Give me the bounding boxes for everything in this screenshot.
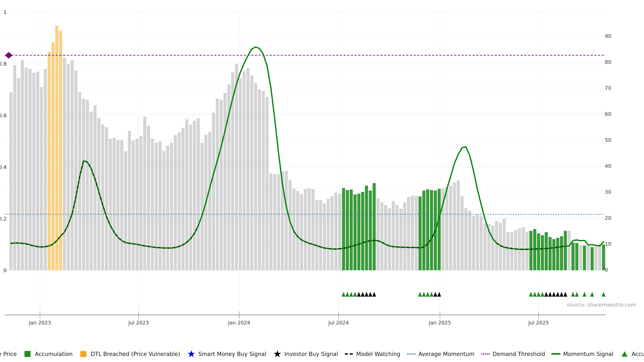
accumulation-bar (564, 231, 567, 270)
investor-triangle-icon (433, 292, 437, 297)
close-price-bar (74, 70, 78, 271)
left-axis-tick-label: 1 (3, 9, 7, 15)
x-axis-tick-label: Jan 2024 (228, 320, 250, 326)
close-price-bar (315, 200, 318, 270)
close-price-bar (403, 202, 406, 270)
legend-label: Accumulation (632, 351, 644, 357)
legend-label: Investor Buy Signal (284, 351, 338, 357)
close-price-bar (182, 128, 185, 270)
accumulation-triangle-icon (602, 292, 606, 297)
close-price-bar (484, 223, 487, 270)
legend-item-momentum-signal: Momentum Signal (552, 350, 614, 358)
close-price-bar (449, 186, 452, 270)
close-price-bar (319, 200, 322, 270)
close-price-bar (136, 139, 139, 270)
close-price-bar (338, 194, 342, 270)
legend-label: Demand Threshold (492, 351, 545, 357)
accumulation-bar (426, 189, 429, 270)
close-price-bar (200, 143, 204, 270)
close-price-bar (587, 245, 590, 270)
close-price-bar (468, 211, 472, 270)
accumulation-bar (354, 194, 357, 270)
close-price-bar (323, 203, 326, 270)
close-price-bar (143, 117, 146, 270)
close-price-bar (139, 136, 142, 270)
right-axis-tick-label: 0 (605, 267, 608, 273)
investor-triangle-icon (361, 292, 364, 297)
close-price-bar (116, 140, 120, 270)
close-price-bar (415, 196, 418, 270)
x-axis-tick-label: Jul 2024 (328, 320, 349, 326)
left-axis-tick-label: 0.6 (0, 112, 7, 118)
right-axis-tick-label: 50 (605, 137, 611, 143)
close-price-bar (112, 138, 116, 270)
investor-triangle-icon (552, 292, 556, 297)
accumulation-bar (556, 238, 559, 270)
investor-triangle-icon (437, 292, 441, 297)
accumulation-bar (572, 243, 574, 270)
accumulation-triangle-icon (582, 292, 586, 297)
legend-label: DTL Breached (Price Vulnerable) (91, 351, 180, 357)
right-axis-tick-label: 30 (605, 189, 611, 195)
close-price-bar (407, 197, 410, 270)
investor-buy-signal-star-icon (273, 350, 282, 358)
close-price-bar (216, 99, 219, 270)
close-price-bar (262, 91, 265, 270)
accumulation-bar (373, 183, 376, 270)
close-price-bar (445, 187, 448, 270)
left-axis-tick-label: 0.2 (0, 216, 7, 222)
close-price-bar (212, 113, 215, 270)
accumulation-triangle-icon (349, 292, 353, 297)
legend-label: Smart Money Buy Signal (198, 351, 266, 357)
accumulation-bar (590, 247, 594, 270)
close-price-bar (17, 78, 20, 270)
accumulation-triangle-icon (426, 292, 430, 297)
legend-label: Close Price (0, 351, 17, 357)
legend-label: Accumulation (35, 351, 72, 357)
accumulation-triangle-icon (418, 292, 422, 297)
right-axis-tick-label: 90 (605, 33, 611, 39)
close-price-bar (120, 140, 124, 270)
dtl-breached-price-vulnerable-square-icon (79, 350, 88, 358)
close-price-bar (502, 219, 506, 270)
close-price-bar (514, 230, 517, 270)
close-price-bar (162, 151, 166, 270)
legend-item-average-momentum: Average Momentum (407, 350, 474, 358)
close-price-bar (598, 244, 602, 270)
close-price-bar (105, 127, 108, 270)
investor-triangle-icon (364, 292, 368, 297)
close-price-bar (480, 216, 483, 270)
close-price-bar (158, 141, 162, 270)
legend: Close PriceAccumulationDTL Breached (Pri… (0, 350, 644, 358)
close-price-bar (491, 225, 494, 270)
close-price-bar (170, 143, 173, 270)
accumulation-bar (583, 246, 586, 270)
source-note: source: sharemaestro.com (567, 302, 636, 308)
right-axis-tick-label: 10 (605, 241, 611, 247)
close-price-bar (197, 118, 200, 270)
close-price-bar (101, 124, 104, 270)
legend-item-accumulation: Accumulation (620, 350, 644, 358)
accumulation-bar (430, 190, 433, 270)
close-price-bar (239, 79, 242, 270)
legend-label: Model Watching (356, 351, 400, 357)
model-watching-segment (294, 231, 435, 249)
legend-item-investor-buy-signal: Investor Buy Signal (273, 350, 338, 358)
close-price-bar (330, 196, 334, 270)
close-price-bar (21, 60, 24, 270)
demand-threshold-dotted-icon (481, 350, 490, 358)
right-axis-tick-label: 60 (605, 111, 611, 117)
left-axis-tick-label: 0 (3, 267, 7, 273)
accumulation-bar (438, 189, 441, 270)
close-price-bar (132, 140, 135, 270)
close-price-bar (510, 232, 514, 270)
close-price-bar (411, 196, 414, 270)
dtl-breached-bar (55, 26, 58, 270)
close-price-bar (189, 124, 192, 270)
close-price-bar (392, 201, 395, 270)
left-axis-tick-label: 0.8 (0, 61, 7, 67)
close-price-bar (224, 93, 227, 270)
close-price-bar (457, 180, 460, 270)
investor-triangle-icon (564, 292, 567, 297)
close-price-bar (246, 68, 250, 270)
